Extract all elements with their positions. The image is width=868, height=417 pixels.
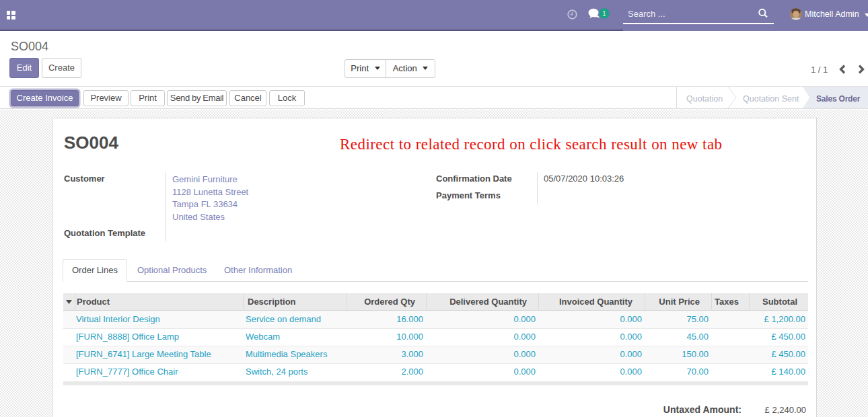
svg-text:1: 1 [602,9,606,17]
